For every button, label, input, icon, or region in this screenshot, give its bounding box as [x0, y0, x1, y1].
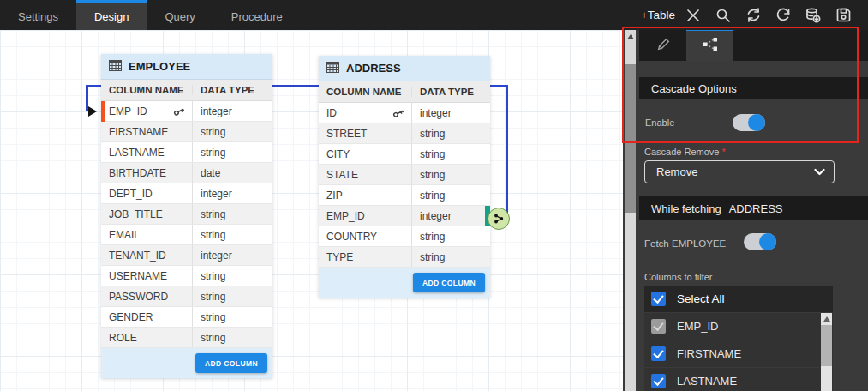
- enable-label: Enable: [645, 117, 674, 128]
- column-name: LASTNAME: [101, 142, 193, 162]
- column-type: integer: [193, 101, 272, 121]
- table-row[interactable]: PASSWORD string: [101, 286, 272, 307]
- column-header-row: COLUMN NAME DATA TYPE: [319, 81, 490, 103]
- column-type: string: [412, 226, 490, 246]
- fetching-table-name: ADDRESS: [729, 202, 783, 215]
- required-asterisk: *: [721, 147, 725, 157]
- filter-item-row[interactable]: LASTNAME: [644, 368, 833, 391]
- table-row[interactable]: COUNTRY string: [319, 226, 490, 247]
- save-icon[interactable]: [834, 6, 853, 25]
- column-name: DEPT_ID: [101, 183, 193, 203]
- table-row[interactable]: EMP_ID integer: [101, 101, 272, 122]
- chevron-down-icon: [814, 165, 825, 178]
- table-title: ADDRESS: [346, 62, 401, 75]
- tab-procedure[interactable]: Procedure: [213, 0, 301, 30]
- close-icon[interactable]: [684, 6, 703, 25]
- table-row[interactable]: JOB_TITLE string: [101, 204, 272, 225]
- column-name: STATE: [319, 165, 412, 184]
- column-name: TENANT_ID: [101, 245, 193, 265]
- table-row[interactable]: ROLE string: [101, 328, 272, 348]
- column-name: USERNAME: [101, 266, 193, 286]
- column-type: string: [412, 144, 490, 164]
- add-column-button[interactable]: ADD COLUMN: [413, 273, 485, 292]
- relation-arrow-icon: [88, 106, 97, 117]
- search-icon[interactable]: [714, 6, 733, 25]
- table-employee[interactable]: EMPLOYEE COLUMN NAME DATA TYPE EMP_ID in…: [101, 54, 272, 378]
- add-table-button[interactable]: +Table: [632, 0, 684, 30]
- db-export-icon[interactable]: [804, 6, 823, 25]
- table-row[interactable]: ZIP string: [319, 185, 490, 206]
- column-name: JOB_TITLE: [101, 204, 193, 224]
- columns-to-filter-label: Columns to filter: [644, 272, 712, 282]
- filter-item-row[interactable]: EMP_ID: [644, 313, 833, 340]
- column-name: GENDER: [101, 307, 193, 327]
- column-type: string: [193, 142, 272, 162]
- relation-properties-panel: » RELATION: FK_ADDRESS_TO_EMPLOY... Casc…: [623, 0, 868, 391]
- column-type: string: [193, 266, 272, 286]
- scrollbar-thumb[interactable]: [625, 64, 636, 213]
- column-type: string: [193, 225, 272, 244]
- table-row[interactable]: ID integer: [319, 103, 490, 123]
- filter-item-row[interactable]: FIRSTNAME: [644, 340, 833, 367]
- tab-relation[interactable]: [686, 28, 733, 61]
- table-row[interactable]: FIRSTNAME string: [101, 122, 272, 142]
- column-name: TYPE: [319, 247, 412, 267]
- relation-line-right-vertical: [506, 85, 508, 215]
- table-row[interactable]: EMP_ID integer: [319, 206, 490, 226]
- table-row[interactable]: EMAIL string: [101, 225, 272, 245]
- tab-edit[interactable]: [639, 28, 686, 61]
- scroll-up-icon[interactable]: [821, 313, 832, 324]
- table-row[interactable]: CITY string: [319, 144, 490, 165]
- column-type: string: [193, 204, 272, 224]
- table-row[interactable]: LASTNAME string: [101, 142, 272, 163]
- filter-item-label: FIRSTNAME: [677, 347, 741, 360]
- table-row[interactable]: BIRTHDATE date: [101, 163, 272, 183]
- sync-icon[interactable]: [744, 6, 763, 25]
- column-name: PASSWORD: [101, 286, 193, 306]
- column-type: string: [193, 328, 272, 347]
- select-all-row[interactable]: Select All: [644, 286, 833, 312]
- tab-query[interactable]: Query: [147, 0, 213, 30]
- column-type: integer: [412, 206, 490, 226]
- add-column-button[interactable]: ADD COLUMN: [195, 353, 267, 373]
- cascade-remove-select[interactable]: Remove: [644, 160, 835, 183]
- relation-connector-icon[interactable]: [488, 208, 510, 230]
- panel-tab-bar: [639, 28, 868, 61]
- filter-item-label: EMP_ID: [677, 320, 718, 333]
- select-all-label: Select All: [677, 292, 725, 305]
- enable-toggle[interactable]: [733, 114, 765, 131]
- tab-design[interactable]: Design: [76, 0, 147, 30]
- source-column-marker: [101, 101, 105, 122]
- table-row[interactable]: STATE string: [319, 165, 490, 185]
- table-address-header[interactable]: ADDRESS: [319, 56, 490, 81]
- table-row[interactable]: USERNAME string: [101, 266, 272, 286]
- table-row[interactable]: GENDER string: [101, 307, 272, 328]
- filter-list-scrollbar[interactable]: [821, 313, 832, 391]
- fetch-employee-label: Fetch EMPLOYEE: [644, 238, 726, 249]
- firstname-checkbox[interactable]: [651, 346, 666, 361]
- column-name-header: COLUMN NAME: [319, 87, 412, 97]
- columns-filter-list: Select All EMP_ID FIRSTNAME LASTNAME: [644, 286, 833, 391]
- table-row[interactable]: TYPE string: [319, 247, 490, 268]
- table-address[interactable]: ADDRESS COLUMN NAME DATA TYPE ID integer…: [319, 56, 490, 298]
- column-type: string: [193, 307, 272, 327]
- table-row[interactable]: STREET string: [319, 123, 490, 144]
- cascade-options-header: Cascade Options: [639, 77, 868, 99]
- emp-id-checkbox: [651, 319, 666, 334]
- table-employee-header[interactable]: EMPLOYEE: [101, 54, 272, 80]
- table-row[interactable]: TENANT_ID integer: [101, 245, 272, 266]
- column-type: string: [412, 185, 490, 205]
- column-name: FIRSTNAME: [101, 122, 193, 141]
- table-row[interactable]: DEPT_ID integer: [101, 183, 272, 204]
- app-window: Settings Design Query Procedure +Table: [0, 0, 868, 391]
- scrollbar-thumb[interactable]: [821, 325, 832, 366]
- select-all-checkbox[interactable]: [651, 292, 666, 306]
- redo-icon[interactable]: [774, 6, 793, 25]
- lastname-checkbox[interactable]: [651, 374, 666, 388]
- panel-scrollbar[interactable]: [625, 30, 636, 391]
- fetch-employee-toggle[interactable]: [744, 233, 776, 250]
- tab-settings[interactable]: Settings: [0, 0, 76, 30]
- column-type: string: [412, 165, 490, 184]
- scroll-up-icon[interactable]: [625, 30, 636, 43]
- design-canvas[interactable]: EMPLOYEE COLUMN NAME DATA TYPE EMP_ID in…: [0, 30, 623, 391]
